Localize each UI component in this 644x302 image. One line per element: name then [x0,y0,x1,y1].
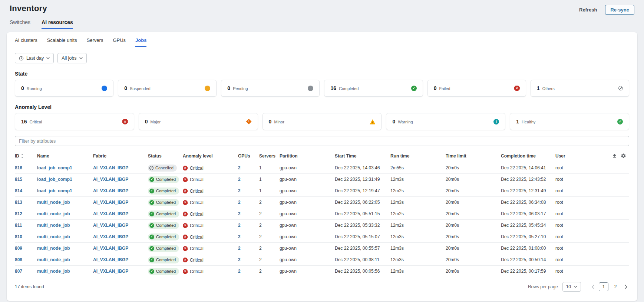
cell-gpus: 2 [238,243,259,254]
time-range-filter[interactable]: Last day [15,53,54,63]
column-header-start-time[interactable]: Start Time [335,150,390,162]
next-page-button[interactable] [623,283,629,291]
tab[interactable]: AI resources [42,19,73,29]
fabric-link[interactable]: AI_VXLAN_IBGP [93,269,128,274]
job-id-link[interactable]: 810 [15,234,22,239]
rows-per-page-select[interactable]: 10 [562,282,581,292]
gpus-link[interactable]: 2 [238,200,241,205]
column-header-user[interactable]: User [555,150,598,162]
column-header-servers[interactable]: Servers [259,150,280,162]
job-name-link[interactable]: multi_node_job [37,200,70,205]
job-name-link[interactable]: multi_node_job [37,269,70,274]
download-icon[interactable] [612,153,617,159]
column-header-id[interactable]: ID [15,150,37,162]
job-name-link[interactable]: multi_node_job [37,223,70,228]
column-header-completion-time[interactable]: Completion time [501,150,555,162]
state-icon [102,86,107,91]
column-header-name[interactable]: Name [37,150,93,162]
column-header-run-time[interactable]: Run time [390,150,446,162]
table-row[interactable]: 807 multi_node_job AI_VXLAN_IBGP Complet… [15,266,629,277]
fabric-link[interactable]: AI_VXLAN_IBGP [93,234,128,239]
job-id-link[interactable]: 813 [15,200,22,205]
subtab[interactable]: Scalable units [47,37,77,47]
job-id-link[interactable]: 811 [15,223,22,228]
subtab[interactable]: AI clusters [15,37,37,47]
gpus-link[interactable]: 2 [238,211,241,216]
fabric-link[interactable]: AI_VXLAN_IBGP [93,200,128,205]
cell-run-time: 12m3s [390,231,446,243]
cell-run-time: 12m3s [390,254,446,266]
cell-user: root [555,197,598,208]
subtab[interactable]: Servers [87,37,103,47]
fabric-link[interactable]: AI_VXLAN_IBGP [93,211,128,216]
job-name-link[interactable]: multi_node_job [37,257,70,262]
fabric-link[interactable]: AI_VXLAN_IBGP [93,177,128,182]
cell-gpus: 2 [238,254,259,266]
job-name-link[interactable]: multi_node_job [37,234,70,239]
job-name-link[interactable]: multi_node_job [37,211,70,216]
table-row[interactable]: 816 load_job_comp1 AI_VXLAN_IBGP Cancell… [15,162,629,174]
fabric-link[interactable]: AI_VXLAN_IBGP [93,165,128,170]
refresh-button[interactable]: Refresh [578,6,598,14]
fabric-link[interactable]: AI_VXLAN_IBGP [93,257,128,262]
column-header-anomaly-level[interactable]: Anomaly level [183,150,238,162]
subtab[interactable]: GPUs [113,37,126,47]
fabric-link[interactable]: AI_VXLAN_IBGP [93,246,128,251]
page-button[interactable]: 2 [611,282,620,291]
job-id-link[interactable]: 807 [15,269,22,274]
previous-page-button[interactable] [590,283,596,291]
subtab[interactable]: Jobs [135,37,146,47]
chevron-down-icon [46,57,50,59]
column-header-fabric[interactable]: Fabric [93,150,148,162]
job-name-link[interactable]: load_job_comp1 [37,177,72,182]
tab[interactable]: Switches [10,19,30,29]
jobs-filter[interactable]: All jobs [57,53,86,63]
column-header-gpus[interactable]: GPUs [238,150,259,162]
column-header-time-limit[interactable]: Time limit [446,150,501,162]
gpus-link[interactable]: 2 [238,177,241,182]
gpus-link[interactable]: 2 [238,223,241,228]
table-row[interactable]: 815 load_job_comp1 AI_VXLAN_IBGP Complet… [15,174,629,185]
table-row[interactable]: 808 multi_node_job AI_VXLAN_IBGP Complet… [15,254,629,266]
job-name-link[interactable]: load_job_comp1 [37,165,72,170]
job-name-link[interactable]: multi_node_job [37,246,70,251]
anomaly-label: Minor [274,120,284,124]
page-button[interactable]: 1 [599,282,608,291]
anomaly-level: Critical [183,177,204,182]
column-header-partition[interactable]: Partition [280,150,335,162]
table-row[interactable]: 814 load_job_comp1 AI_VXLAN_IBGP Complet… [15,185,629,197]
job-name-link[interactable]: load_job_comp1 [37,188,72,193]
status-icon [149,212,154,216]
job-id-link[interactable]: 812 [15,211,22,216]
resync-button[interactable]: Re-sync [605,5,634,15]
anomaly-level: Critical [183,212,204,217]
attribute-filter-input[interactable] [15,136,629,146]
anomaly-level-label: Critical [190,246,204,251]
anomaly-card: 1 Healthy [510,113,629,130]
gear-icon[interactable] [621,153,626,159]
cell-time-limit: 20m0s [446,208,501,220]
table-row[interactable]: 810 multi_node_job AI_VXLAN_IBGP Complet… [15,231,629,243]
table-row[interactable]: 809 multi_node_job AI_VXLAN_IBGP Complet… [15,243,629,254]
table-row[interactable]: 813 multi_node_job AI_VXLAN_IBGP Complet… [15,197,629,208]
job-id-link[interactable]: 808 [15,257,22,262]
fabric-link[interactable]: AI_VXLAN_IBGP [93,223,128,228]
column-header-status[interactable]: Status [148,150,183,162]
job-id-link[interactable]: 815 [15,177,22,182]
fabric-link[interactable]: AI_VXLAN_IBGP [93,188,128,193]
table-row[interactable]: 812 multi_node_job AI_VXLAN_IBGP Complet… [15,208,629,220]
gpus-link[interactable]: 2 [238,234,241,239]
cell-servers: 2 [259,243,280,254]
gpus-link[interactable]: 2 [238,188,241,193]
gpus-link[interactable]: 2 [238,269,241,274]
job-id-link[interactable]: 816 [15,165,22,170]
gpus-link[interactable]: 2 [238,257,241,262]
subtabs: AI clusters Scalable units Servers GPUs … [15,37,629,47]
table-row[interactable]: 811 multi_node_job AI_VXLAN_IBGP Complet… [15,220,629,231]
gpus-link[interactable]: 2 [238,246,241,251]
job-id-link[interactable]: 814 [15,188,22,193]
anomaly-count: 1 [516,119,519,125]
sort-icon[interactable] [21,154,24,158]
job-id-link[interactable]: 809 [15,246,22,251]
gpus-link[interactable]: 2 [238,165,241,170]
